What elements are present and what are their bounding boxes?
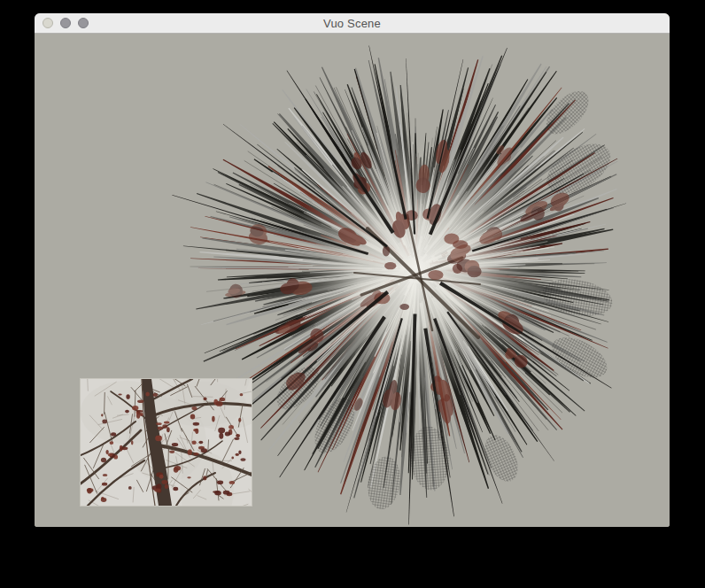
desktop: { "window": { "title": "Vuo Scene", "con… <box>0 0 705 588</box>
window-controls <box>43 13 89 33</box>
window-titlebar[interactable]: Vuo Scene <box>35 13 670 34</box>
window-title: Vuo Scene <box>323 17 381 30</box>
close-button[interactable] <box>43 18 53 28</box>
source-image-thumbnail <box>80 378 252 507</box>
tree-photo <box>81 379 252 506</box>
scene-viewport[interactable] <box>35 34 670 527</box>
zoom-button[interactable] <box>78 18 89 28</box>
vuo-scene-window: Vuo Scene <box>35 13 670 527</box>
minimize-button[interactable] <box>60 18 71 28</box>
